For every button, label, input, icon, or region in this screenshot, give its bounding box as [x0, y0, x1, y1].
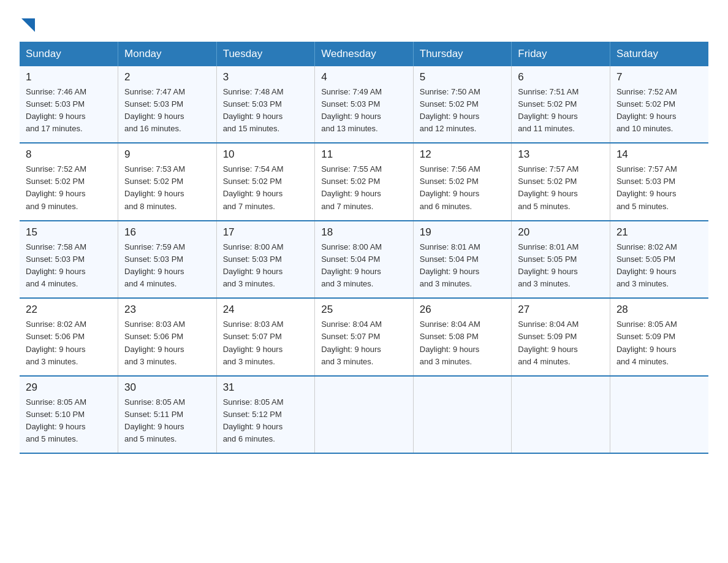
day-number: 3 [223, 71, 309, 83]
day-info: Sunrise: 7:49 AMSunset: 5:03 PMDaylight:… [321, 87, 382, 133]
weekday-header-friday: Friday [512, 42, 610, 66]
day-info: Sunrise: 8:04 AMSunset: 5:07 PMDaylight:… [321, 320, 382, 366]
weekday-header-row: SundayMondayTuesdayWednesdayThursdayFrid… [20, 42, 708, 66]
day-number: 5 [420, 71, 506, 83]
day-info: Sunrise: 7:46 AMSunset: 5:03 PMDaylight:… [26, 87, 86, 133]
day-number: 24 [223, 304, 309, 316]
calendar-cell: 15Sunrise: 7:58 AMSunset: 5:03 PMDayligh… [20, 221, 118, 299]
day-info: Sunrise: 8:03 AMSunset: 5:06 PMDaylight:… [124, 320, 185, 366]
calendar-week-1: 1Sunrise: 7:46 AMSunset: 5:03 PMDaylight… [20, 66, 708, 144]
calendar-cell: 11Sunrise: 7:55 AMSunset: 5:02 PMDayligh… [315, 143, 414, 221]
weekday-header-wednesday: Wednesday [315, 42, 414, 66]
day-number: 26 [420, 304, 506, 316]
day-number: 20 [518, 226, 604, 239]
day-info: Sunrise: 7:51 AMSunset: 5:02 PMDaylight:… [518, 87, 578, 133]
svg-marker-0 [21, 18, 35, 32]
day-number: 13 [518, 148, 604, 161]
calendar-cell: 5Sunrise: 7:50 AMSunset: 5:02 PMDaylight… [413, 66, 512, 144]
day-info: Sunrise: 8:05 AMSunset: 5:12 PMDaylight:… [223, 397, 284, 443]
day-number: 21 [616, 226, 702, 239]
day-info: Sunrise: 7:50 AMSunset: 5:02 PMDaylight:… [420, 87, 480, 133]
day-number: 11 [321, 148, 407, 161]
day-info: Sunrise: 8:03 AMSunset: 5:07 PMDaylight:… [223, 320, 284, 366]
day-number: 6 [518, 71, 604, 83]
day-info: Sunrise: 7:47 AMSunset: 5:03 PMDaylight:… [124, 87, 185, 133]
day-info: Sunrise: 7:58 AMSunset: 5:03 PMDaylight:… [26, 242, 86, 288]
day-info: Sunrise: 7:53 AMSunset: 5:02 PMDaylight:… [124, 164, 185, 210]
day-info: Sunrise: 7:56 AMSunset: 5:02 PMDaylight:… [420, 164, 480, 210]
weekday-header-sunday: Sunday [20, 42, 118, 66]
calendar-cell: 23Sunrise: 8:03 AMSunset: 5:06 PMDayligh… [118, 298, 217, 376]
day-info: Sunrise: 8:05 AMSunset: 5:09 PMDaylight:… [616, 320, 677, 366]
day-info: Sunrise: 7:57 AMSunset: 5:02 PMDaylight:… [518, 164, 578, 210]
calendar-cell: 7Sunrise: 7:52 AMSunset: 5:02 PMDaylight… [610, 66, 708, 144]
day-number: 4 [321, 71, 407, 83]
day-number: 19 [420, 226, 506, 239]
calendar-cell: 26Sunrise: 8:04 AMSunset: 5:08 PMDayligh… [413, 298, 512, 376]
calendar-cell: 19Sunrise: 8:01 AMSunset: 5:04 PMDayligh… [413, 221, 512, 299]
calendar-cell [610, 376, 708, 454]
calendar-cell: 31Sunrise: 8:05 AMSunset: 5:12 PMDayligh… [216, 376, 315, 454]
calendar-cell: 2Sunrise: 7:47 AMSunset: 5:03 PMDaylight… [118, 66, 217, 144]
day-info: Sunrise: 8:04 AMSunset: 5:08 PMDaylight:… [420, 320, 480, 366]
day-info: Sunrise: 7:55 AMSunset: 5:02 PMDaylight:… [321, 164, 382, 210]
calendar-table: SundayMondayTuesdayWednesdayThursdayFrid… [20, 42, 708, 454]
calendar-cell [512, 376, 610, 454]
calendar-cell: 29Sunrise: 8:05 AMSunset: 5:10 PMDayligh… [20, 376, 118, 454]
calendar-week-4: 22Sunrise: 8:02 AMSunset: 5:06 PMDayligh… [20, 298, 708, 376]
day-number: 14 [616, 148, 702, 161]
calendar-cell: 27Sunrise: 8:04 AMSunset: 5:09 PMDayligh… [512, 298, 610, 376]
day-number: 7 [616, 71, 702, 83]
day-number: 28 [616, 304, 702, 316]
weekday-header-saturday: Saturday [610, 42, 708, 66]
day-number: 25 [321, 304, 407, 316]
day-number: 10 [223, 148, 309, 161]
day-info: Sunrise: 8:01 AMSunset: 5:04 PMDaylight:… [420, 242, 480, 288]
calendar-cell: 24Sunrise: 8:03 AMSunset: 5:07 PMDayligh… [216, 298, 315, 376]
calendar-cell: 20Sunrise: 8:01 AMSunset: 5:05 PMDayligh… [512, 221, 610, 299]
day-number: 29 [26, 381, 112, 394]
weekday-header-tuesday: Tuesday [216, 42, 315, 66]
day-number: 18 [321, 226, 407, 239]
weekday-header-thursday: Thursday [413, 42, 512, 66]
day-info: Sunrise: 8:01 AMSunset: 5:05 PMDaylight:… [518, 242, 578, 288]
calendar-cell: 16Sunrise: 7:59 AMSunset: 5:03 PMDayligh… [118, 221, 217, 299]
calendar-cell: 3Sunrise: 7:48 AMSunset: 5:03 PMDaylight… [216, 66, 315, 144]
day-number: 31 [223, 381, 309, 394]
day-info: Sunrise: 7:48 AMSunset: 5:03 PMDaylight:… [223, 87, 284, 133]
calendar-cell: 4Sunrise: 7:49 AMSunset: 5:03 PMDaylight… [315, 66, 414, 144]
day-number: 17 [223, 226, 309, 239]
calendar-cell: 1Sunrise: 7:46 AMSunset: 5:03 PMDaylight… [20, 66, 118, 144]
calendar-cell: 14Sunrise: 7:57 AMSunset: 5:03 PMDayligh… [610, 143, 708, 221]
day-info: Sunrise: 8:00 AMSunset: 5:03 PMDaylight:… [223, 242, 284, 288]
calendar-cell: 10Sunrise: 7:54 AMSunset: 5:02 PMDayligh… [216, 143, 315, 221]
calendar-cell: 8Sunrise: 7:52 AMSunset: 5:02 PMDaylight… [20, 143, 118, 221]
calendar-cell: 21Sunrise: 8:02 AMSunset: 5:05 PMDayligh… [610, 221, 708, 299]
day-info: Sunrise: 8:05 AMSunset: 5:11 PMDaylight:… [124, 397, 185, 443]
day-info: Sunrise: 7:52 AMSunset: 5:02 PMDaylight:… [26, 164, 86, 210]
day-info: Sunrise: 8:02 AMSunset: 5:05 PMDaylight:… [616, 242, 677, 288]
day-number: 2 [124, 71, 210, 83]
day-number: 30 [124, 381, 210, 394]
day-info: Sunrise: 7:57 AMSunset: 5:03 PMDaylight:… [616, 164, 677, 210]
logo-triangle-icon [21, 18, 35, 32]
calendar-cell [315, 376, 414, 454]
calendar-cell: 17Sunrise: 8:00 AMSunset: 5:03 PMDayligh… [216, 221, 315, 299]
day-info: Sunrise: 8:05 AMSunset: 5:10 PMDaylight:… [26, 397, 86, 443]
day-info: Sunrise: 8:04 AMSunset: 5:09 PMDaylight:… [518, 320, 578, 366]
logo [20, 15, 35, 34]
calendar-week-5: 29Sunrise: 8:05 AMSunset: 5:10 PMDayligh… [20, 376, 708, 454]
calendar-cell: 13Sunrise: 7:57 AMSunset: 5:02 PMDayligh… [512, 143, 610, 221]
day-info: Sunrise: 8:00 AMSunset: 5:04 PMDaylight:… [321, 242, 382, 288]
day-info: Sunrise: 7:52 AMSunset: 5:02 PMDaylight:… [616, 87, 677, 133]
calendar-week-3: 15Sunrise: 7:58 AMSunset: 5:03 PMDayligh… [20, 221, 708, 299]
calendar-cell: 6Sunrise: 7:51 AMSunset: 5:02 PMDaylight… [512, 66, 610, 144]
weekday-header-monday: Monday [118, 42, 217, 66]
day-number: 15 [26, 226, 112, 239]
calendar-cell: 9Sunrise: 7:53 AMSunset: 5:02 PMDaylight… [118, 143, 217, 221]
day-number: 27 [518, 304, 604, 316]
day-number: 8 [26, 148, 112, 161]
page-header [20, 15, 708, 34]
calendar-cell [413, 376, 512, 454]
day-number: 9 [124, 148, 210, 161]
